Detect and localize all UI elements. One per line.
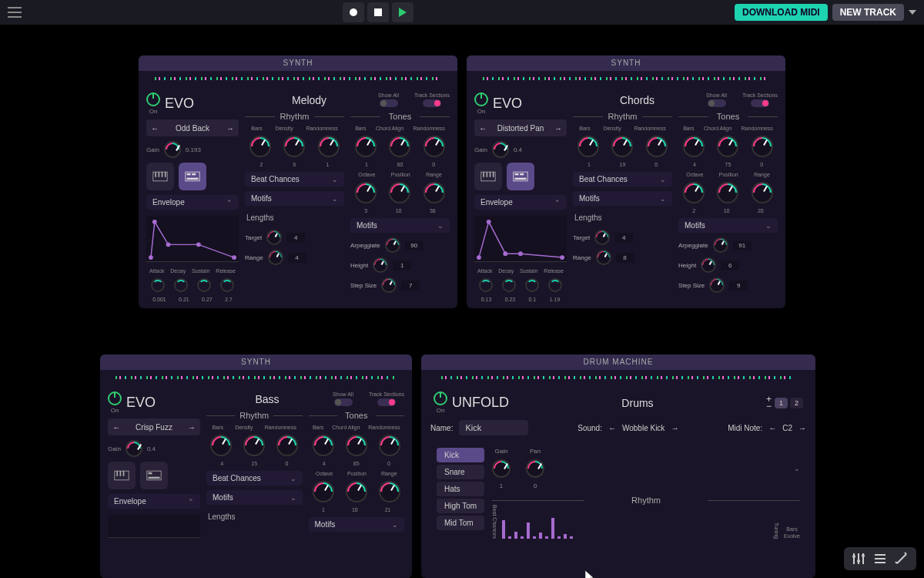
tones-motifs-section[interactable]: Motifs⌄: [350, 218, 450, 233]
drum-pan-knob[interactable]: [526, 459, 544, 478]
arrow-right-icon[interactable]: →: [671, 424, 678, 432]
tones-range-knob[interactable]: [424, 182, 445, 203]
octave-knob[interactable]: [313, 481, 334, 502]
chord-align-knob[interactable]: [346, 435, 367, 456]
waveform-preview[interactable]: [139, 71, 457, 86]
tones-bars-knob[interactable]: [355, 136, 377, 157]
arrow-left-icon[interactable]: ←: [151, 124, 159, 133]
power-icon[interactable]: [434, 391, 447, 405]
tones-motifs-section[interactable]: Motifs⌄: [678, 218, 778, 233]
beat-chances-section[interactable]: Beat Chances⌄: [245, 172, 344, 187]
range-knob[interactable]: [596, 250, 611, 265]
drum-tab-kick[interactable]: Kick: [437, 448, 484, 462]
synth-module-icon[interactable]: [140, 462, 168, 489]
bars-knob[interactable]: [249, 136, 271, 157]
waveform-preview[interactable]: [421, 370, 815, 385]
release-knob[interactable]: [220, 278, 234, 292]
piano-icon[interactable]: [108, 462, 136, 489]
bars-knob[interactable]: [210, 435, 232, 456]
chord-align-knob[interactable]: [717, 136, 738, 157]
target-knob[interactable]: [594, 230, 610, 245]
octave-knob[interactable]: [683, 182, 705, 203]
drum-tab-mid-tom[interactable]: Mid Tom: [437, 516, 484, 530]
piano-icon[interactable]: [474, 163, 502, 190]
tones-bars-knob[interactable]: [313, 435, 334, 456]
track-sections-toggle[interactable]: [423, 99, 441, 107]
chevron-down-icon[interactable]: [909, 10, 916, 15]
beat-chances-section[interactable]: Beat Chances⌄: [206, 471, 303, 486]
envelope-section[interactable]: Envelope ⌃: [474, 195, 567, 210]
sustain-knob[interactable]: [525, 278, 539, 292]
synth-module-icon[interactable]: [507, 163, 534, 190]
track-sections-toggle[interactable]: [751, 99, 769, 107]
chevron-down-icon[interactable]: ⌄: [794, 465, 800, 472]
magic-wand-icon[interactable]: [895, 552, 909, 566]
menu-icon[interactable]: [8, 7, 22, 18]
arpeggiate-knob[interactable]: [385, 237, 400, 253]
waveform-preview[interactable]: [100, 370, 412, 385]
attack-knob[interactable]: [479, 278, 493, 292]
zoom-value-2[interactable]: 2: [790, 398, 803, 408]
range-knob[interactable]: [268, 250, 283, 265]
randomness-knob[interactable]: [276, 435, 298, 456]
release-knob[interactable]: [548, 278, 562, 292]
power-icon[interactable]: [474, 92, 488, 106]
drum-tab-snare[interactable]: Snare: [437, 465, 484, 479]
bars-knob[interactable]: [578, 136, 599, 157]
mixer-icon[interactable]: [852, 552, 865, 566]
beat-chances-section[interactable]: Beat Chances⌄: [573, 172, 672, 187]
position-knob[interactable]: [717, 182, 738, 203]
show-all-toggle[interactable]: [334, 398, 353, 406]
target-knob[interactable]: [266, 230, 282, 245]
gain-knob[interactable]: [164, 141, 181, 158]
position-knob[interactable]: [389, 182, 410, 203]
tones-randomness-knob[interactable]: [379, 435, 400, 456]
zoom-out-icon[interactable]: −: [766, 403, 772, 409]
chord-align-knob[interactable]: [389, 136, 410, 157]
tones-bars-knob[interactable]: [683, 136, 705, 157]
randomness-knob[interactable]: [318, 136, 340, 157]
tones-randomness-knob[interactable]: [424, 136, 445, 157]
track-sections-toggle[interactable]: [377, 398, 396, 406]
drum-name-input[interactable]: [459, 420, 528, 435]
show-all-toggle[interactable]: [380, 99, 398, 107]
arrow-left-icon[interactable]: ←: [608, 424, 616, 432]
new-track-button[interactable]: NEW TRACK: [832, 4, 904, 21]
position-knob[interactable]: [346, 481, 367, 502]
preset-selector[interactable]: ← Crisp Fuzz →: [108, 418, 200, 435]
sustain-knob[interactable]: [197, 278, 211, 292]
height-knob[interactable]: [701, 257, 716, 273]
arrow-right-icon[interactable]: →: [798, 424, 806, 432]
play-button[interactable]: [392, 2, 413, 22]
step-size-knob[interactable]: [709, 277, 725, 293]
piano-icon[interactable]: [146, 163, 174, 190]
arrow-left-icon[interactable]: ←: [768, 424, 776, 432]
density-knob[interactable]: [283, 136, 305, 157]
stop-button[interactable]: [367, 2, 389, 22]
power-icon[interactable]: [108, 391, 122, 405]
motifs-section[interactable]: Motifs⌄: [245, 191, 344, 206]
motifs-section[interactable]: Motifs⌄: [573, 191, 672, 206]
drum-tab-hats[interactable]: Hats: [437, 482, 484, 496]
gain-knob[interactable]: [126, 440, 142, 457]
envelope-graph[interactable]: [108, 515, 200, 538]
arrow-right-icon[interactable]: →: [554, 124, 562, 133]
arrow-right-icon[interactable]: →: [226, 124, 234, 133]
arpeggiate-knob[interactable]: [713, 237, 728, 253]
gain-knob[interactable]: [492, 141, 509, 158]
attack-knob[interactable]: [151, 278, 165, 292]
power-icon[interactable]: [146, 92, 160, 106]
beat-chances-bars[interactable]: [502, 516, 573, 539]
arrow-left-icon[interactable]: ←: [479, 124, 487, 133]
step-size-knob[interactable]: [381, 277, 397, 293]
record-button[interactable]: [343, 2, 364, 22]
randomness-knob[interactable]: [646, 136, 668, 157]
drum-gain-knob[interactable]: [492, 459, 511, 478]
envelope-graph[interactable]: [146, 216, 239, 262]
zoom-value-1[interactable]: 1: [775, 398, 788, 408]
decay-knob[interactable]: [174, 278, 188, 292]
decay-knob[interactable]: [502, 278, 516, 292]
envelope-graph[interactable]: [474, 216, 567, 262]
tones-range-knob[interactable]: [752, 182, 773, 203]
density-knob[interactable]: [611, 136, 633, 157]
